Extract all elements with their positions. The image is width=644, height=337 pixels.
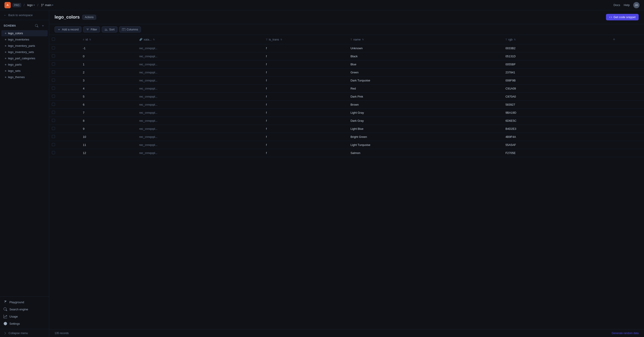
row-checkbox[interactable] [52,151,55,154]
code-icon [609,16,612,19]
sidebar-item-label: lego_sets [8,69,20,73]
docs-link[interactable]: Docs [614,3,620,7]
filter-icon [86,28,89,31]
row-checkbox-cell [49,149,80,157]
row-checkbox[interactable] [52,143,55,146]
generate-random-data-link[interactable]: Generate random data [612,332,639,335]
branch-chevron-icon: ▾ [52,4,53,6]
istrans-sort-icon[interactable]: ⇅ [280,38,282,41]
th-xata-id[interactable]: 🔗 xata... ⇅ [137,35,264,44]
usage-icon [4,315,7,318]
workspace-nav-item[interactable]: lego ▾ [27,3,35,7]
sidebar-item-label: lego_themes [8,75,24,79]
filter-button[interactable]: Filter [83,27,100,33]
row-rgb: C870A0 [503,93,608,101]
row-xata-id: rec_cnnqopl... [137,77,264,85]
sidebar-item-usage[interactable]: Usage [0,313,49,320]
sidebar-item-lego_themes[interactable]: lego_themes [1,74,48,80]
sidebar-item-lego_part_categories[interactable]: lego_part_categories [1,55,48,61]
row-checkbox[interactable] [52,135,55,138]
logo[interactable]: A [4,2,11,8]
row-rgb: 0033B2 [503,44,608,52]
id-sort-icon[interactable]: ⇅ [89,38,91,41]
nav-sep-2: / [37,3,38,7]
sidebar-item-playground[interactable]: Playground [0,298,49,306]
plus-icon [41,24,44,27]
sidebar-item-dot [5,64,6,65]
th-id[interactable]: # id ⇅ [80,35,137,44]
sidebar-item-lego_inventory_sets[interactable]: lego_inventory_sets [1,49,48,55]
row-checkbox[interactable] [52,127,55,130]
row-edit-cell: ✎ [608,133,644,141]
th-xata-label: xata... [144,38,152,41]
page-title: lego_colors [54,15,80,20]
sidebar-item-dot [5,45,6,47]
row-id: 8 [80,117,137,125]
name-sort-icon[interactable]: ⇅ [362,38,364,41]
add-record-button[interactable]: Add a record [54,27,82,33]
row-xata-id: rec_cnnqopl... [137,60,264,69]
add-column-button[interactable]: + [611,37,617,42]
row-checkbox-cell [49,101,80,109]
sort-button[interactable]: Sort [102,27,118,33]
sidebar-bottom: Playground Search engine Usage Settings [0,296,49,329]
sidebar-item-lego_colors[interactable]: lego_colors [1,30,48,36]
search-sidebar-button[interactable] [34,23,39,28]
row-name: Dark Turquoise [348,77,503,85]
row-checkbox[interactable] [52,71,55,74]
row-checkbox[interactable] [52,87,55,90]
rgb-sort-icon[interactable]: ⇅ [514,38,516,41]
settings-icon [4,322,7,325]
row-checkbox-cell [49,125,80,133]
sidebar-item-lego_parts[interactable]: lego_parts [1,62,48,68]
help-link[interactable]: Help [624,3,630,7]
row-checkbox[interactable] [52,63,55,66]
logo-letter: A [6,3,8,7]
row-checkbox[interactable] [52,79,55,82]
data-table: # id ⇅ 🔗 xata... ⇅ [49,35,644,157]
sidebar-item-lego_inventories[interactable]: lego_inventories [1,37,48,43]
sidebar-item-label: lego_parts [8,63,22,66]
row-is-trans: f [263,93,348,101]
row-xata-id: rec_cnnqopl... [137,109,264,117]
avatar[interactable]: JA [633,2,640,8]
sidebar-item-dot [5,77,6,78]
th-is-trans[interactable]: T is_trans ⇅ [263,35,348,44]
collapse-menu-button[interactable]: Collapse menu [0,329,49,337]
row-checkbox[interactable] [52,119,55,122]
columns-button[interactable]: Columns [119,27,141,33]
row-checkbox[interactable] [52,46,55,50]
th-add-column[interactable]: + [608,35,644,44]
row-edit-cell: ✎ [608,141,644,149]
row-name: Light Blue [348,125,503,133]
row-checkbox[interactable] [52,54,55,58]
branch-nav-item[interactable]: main ▾ [41,3,53,7]
get-code-button[interactable]: Get code snippet [606,14,639,20]
settings-label: Settings [10,322,20,325]
sidebar-item-settings[interactable]: Settings [0,320,49,327]
sidebar-item-label: lego_inventory_parts [8,44,35,48]
sidebar-item-search-engine[interactable]: Search engine [0,306,49,313]
sidebar-item-lego_sets[interactable]: lego_sets [1,68,48,74]
row-rgb: 0055BF [503,60,608,69]
select-all-checkbox[interactable] [52,38,55,41]
th-name[interactable]: T name ⇅ [348,35,503,44]
row-is-trans: f [263,101,348,109]
row-checkbox[interactable] [52,95,55,98]
content-header: lego_colors Actions Get code snippet [49,10,644,24]
row-id: 0 [80,52,137,60]
add-table-button[interactable] [40,23,46,28]
row-checkbox[interactable] [52,111,55,114]
table-row: 0 rec_cnnqopl... f Black 05131D ✎ [49,52,644,60]
row-checkbox[interactable] [52,103,55,106]
sidebar-item-dot [5,52,6,53]
row-is-trans: f [263,133,348,141]
sidebar-item-lego_inventory_parts[interactable]: lego_inventory_parts [1,43,48,49]
xata-sort-icon[interactable]: ⇅ [153,38,155,41]
row-id: 5 [80,93,137,101]
row-edit-cell: ✎ [608,52,644,60]
back-to-workspace-button[interactable]: ← Back to workspace [0,10,49,20]
actions-button[interactable]: Actions [82,15,96,20]
get-code-label: Get code snippet [614,16,636,19]
th-rgb[interactable]: T rgb ⇅ [503,35,608,44]
